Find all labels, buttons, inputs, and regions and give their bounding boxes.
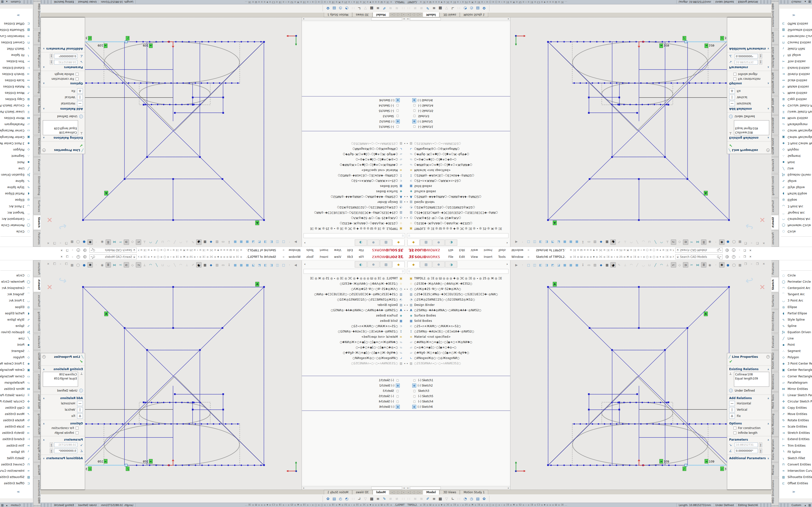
tree-item[interactable]: Σ ○25ИΝ◎◦✚ΑU¤ΞΕ○◦○ΕΞ¤UΑ✚◦◎ΝИ52○: [406, 173, 510, 178]
sketch-tree-item[interactable]: ▢ (-) Sketch5: [302, 108, 406, 113]
expand-icon[interactable]: ▸: [406, 143, 409, 145]
menu-item[interactable]: ⋈ Mirror Entities: [0, 115, 33, 121]
toolbar-icon[interactable]: ⊔: [647, 262, 652, 268]
toolbar-icon[interactable]: ●: [725, 239, 730, 245]
scrollbar-thumb[interactable]: [410, 487, 441, 489]
tree-item[interactable]: ⊂ ○25∙∩✳ЖΑΜ○◦○ΜΑЖ✳∩∙52○: [406, 178, 510, 183]
relations-listbox[interactable]: Collinear108 Equal length109: [734, 120, 769, 135]
command-tab[interactable]: Weldments: [33, 115, 41, 135]
menu-item[interactable]: ↔ Scale Entities: [779, 424, 812, 430]
help-icon[interactable]: ?: [77, 249, 80, 252]
tree-item[interactable]: ▸ ▨ ○253ΕИΝΑ∩∙○◦○∙∩ΑΝИΕ352○: [406, 361, 510, 366]
collapse-icon[interactable]: ∧: [43, 422, 45, 425]
toolbar-icon[interactable]: ◉: [100, 239, 105, 245]
command-tab[interactable]: Mold Tools: [771, 96, 779, 115]
panel-help-icon[interactable]: ?: [42, 149, 46, 152]
toolbar-icon[interactable]: ◆: [598, 239, 604, 245]
menu-item[interactable]: ╱ Line: [779, 165, 812, 172]
tree-item[interactable]: ▸ ▤ Design Binder: [406, 302, 510, 307]
menu-item[interactable]: ƒx Equation Driven Curve: [0, 172, 33, 178]
menu-item[interactable]: ⇥ Stretch Entities: [779, 430, 812, 436]
parameter-input[interactable]: 0.00000000°: [735, 449, 758, 453]
sketch-lines[interactable]: [82, 42, 264, 220]
toolbar-icon[interactable]: ▤: [592, 262, 598, 268]
expand-icon[interactable]: ▸: [406, 217, 409, 219]
menu-item[interactable]: ⠿ Linear Sketch Pattern: [0, 109, 33, 115]
panel-tab[interactable]: ▤: [380, 261, 392, 268]
menu-item[interactable]: ◈ 3 Point Center Recta...: [779, 140, 812, 147]
menu-item[interactable]: ⊏ Offset Entities: [779, 20, 812, 27]
tree-item[interactable]: ▱ ○✚Ψϱ6◦Ж○✳◉[○◦○]◉✳○Ж◦6ϱΨ✚○: [302, 152, 406, 157]
menu-item[interactable]: ⊞ Copy Entities: [779, 405, 812, 411]
menu-item[interactable]: ✣ Circular Sketch Pattern: [779, 102, 812, 109]
toolbar-icon[interactable]: ⊥: [142, 239, 147, 245]
toolbar-button[interactable]: ▽: [444, 496, 450, 502]
toolbar-button[interactable]: ▤: [475, 496, 481, 502]
toolbar-icon[interactable]: □: [281, 239, 286, 245]
toolbar-icon[interactable]: ▶: [514, 239, 519, 245]
tab-nav-button[interactable]: ‹: [398, 13, 402, 16]
child-window-button[interactable]: ✕: [47, 241, 49, 245]
menu-item[interactable]: ╮ Sketch Fillet: [0, 455, 33, 461]
menu-item[interactable]: ╮ Sketch Fillet: [0, 46, 33, 52]
command-tab[interactable]: Weldments: [33, 372, 41, 392]
menu-item[interactable]: ≈ Intersection Curve: [779, 33, 812, 39]
tab-nav-button[interactable]: ‹: [410, 491, 414, 494]
spinner-control[interactable]: ▲▼: [50, 60, 53, 64]
parameter-input[interactable]: 10.88152731: [54, 60, 77, 64]
pin-icon[interactable]: ➢: [527, 249, 530, 252]
checkbox[interactable]: [733, 427, 737, 430]
tree-item[interactable]: ∟ ○ИΝоϱэоЖ◎○◦○◎ЖоэϱоΝИ○: [302, 355, 406, 361]
toolbar-icon[interactable]: ◡: [641, 239, 646, 245]
menu-item[interactable]: ∿ Spline: [779, 178, 812, 184]
menu-item[interactable]: ⊏ Offset Entities: [0, 20, 33, 27]
panel-tab[interactable]: ◑: [355, 239, 367, 246]
document-tab[interactable]: Model: [373, 12, 389, 17]
toolbar-icon[interactable]: ■: [245, 262, 250, 268]
toolbar-icon[interactable]: ◯: [75, 262, 81, 268]
toolbar-button[interactable]: ◷: [468, 5, 475, 12]
toolbar-icon[interactable]: ▩: [737, 262, 743, 268]
toolbar-grip[interactable]: ⋮⋮: [457, 7, 461, 10]
menu-item[interactable]: ◯ Perimeter Circle: [0, 222, 33, 228]
panel-tab[interactable]: ▤: [420, 261, 432, 268]
menu-item[interactable]: ⌒ Tangent Arc: [779, 210, 812, 216]
document-tab[interactable]: Motion Study 1: [460, 12, 488, 17]
toolbar-icon[interactable]: □: [281, 262, 286, 268]
document-tab[interactable]: 3D Views: [352, 490, 372, 495]
toolbar-icon[interactable]: ■: [568, 239, 573, 245]
tree-item[interactable]: ▸ ▤ Design Binder: [302, 200, 406, 205]
expand-section-icon[interactable]: ∨: [43, 48, 45, 50]
toolbar-grip[interactable]: ⋮⋮: [401, 7, 405, 10]
menu-item[interactable]: ▪ Point: [0, 342, 33, 348]
panel-help-icon[interactable]: ?: [766, 149, 770, 152]
scroll-right-icon[interactable]: ▸: [507, 18, 510, 20]
menu-item[interactable]: ∿ Style Spline: [0, 317, 33, 323]
menu-item[interactable]: Edit: [457, 248, 467, 252]
minimize-button[interactable]: –: [739, 255, 740, 258]
tree-item[interactable]: ▸ A ○25ИΝ◎◦✚Α✚◎ИΝΑ○◦○ΑΝИ◎✚Α✚◦◎ΝИ52○: [406, 307, 510, 313]
expand-section-icon[interactable]: ∨: [767, 457, 769, 460]
menu-item[interactable]: Insert: [317, 255, 331, 259]
toolbar-icon[interactable]: ▩: [69, 239, 75, 245]
tree-item[interactable]: ∟ ○ИΝоϱэоЖ◎○◦○◎ЖоэϱоΝИ○: [302, 146, 406, 152]
expand-icon[interactable]: ▸: [403, 288, 406, 290]
document-tab[interactable]: Model: [423, 12, 439, 17]
toolbar-icon[interactable]: ⊃: [683, 262, 688, 268]
command-tab[interactable]: Mesh Modeling: [771, 411, 779, 437]
toolbar-icon[interactable]: ╱: [172, 239, 177, 245]
toolbar-grip[interactable]: ⋮⋮: [457, 498, 461, 500]
menu-item[interactable]: ◠ Centerpoint Arc: [0, 285, 33, 291]
panel-expand-icon[interactable]: ›: [507, 241, 508, 245]
tree-item[interactable]: ≡ Material <not specified>: [302, 168, 406, 173]
tree-item[interactable]: ◔ ○25Ж◎25ИΝΕΞ25○◦○52ΞΕΝИ52◎Ж52○: [406, 297, 510, 302]
command-tab[interactable]: ⋮: [771, 0, 779, 1]
menu-item[interactable]: Insert: [317, 248, 331, 252]
child-window-button[interactable]: ❒: [744, 241, 747, 245]
menu-item[interactable]: ✂ Trim Entities: [779, 58, 812, 64]
toolbar-icon[interactable]: ●: [725, 262, 730, 268]
toolbar-icon[interactable]: ⌐: [671, 239, 676, 245]
command-tab[interactable]: Weldments: [771, 372, 779, 392]
menu-item[interactable]: ≈ Intersection Curve: [779, 468, 812, 474]
toolbar-icon[interactable]: ◠: [148, 262, 153, 268]
